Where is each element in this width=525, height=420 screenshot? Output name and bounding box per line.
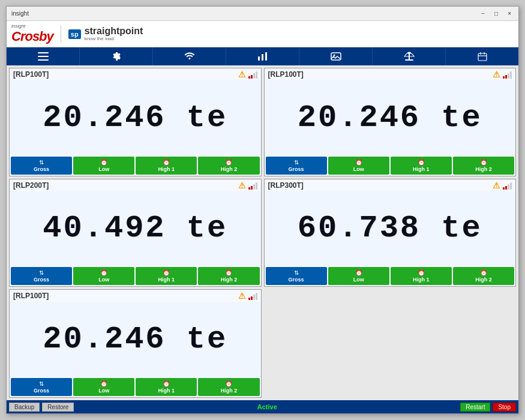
card-header: [RLP100T] ⚠ xyxy=(10,68,261,80)
signal-bar xyxy=(505,186,507,190)
low-label: Low xyxy=(353,277,364,283)
nav-menu[interactable] xyxy=(7,47,80,65)
signal-bar xyxy=(248,187,250,190)
nav-chart[interactable] xyxy=(226,47,299,65)
sensor-value-display: 20.246 te xyxy=(10,80,261,155)
nav-image[interactable] xyxy=(299,47,373,65)
gross-button[interactable]: ⇅ Gross xyxy=(266,267,327,285)
main-window: insight − □ × insight Crosby sp straight… xyxy=(6,6,519,414)
gross-button[interactable]: ⇅ Gross xyxy=(11,157,72,175)
low-label: Low xyxy=(353,166,364,172)
svg-rect-9 xyxy=(405,59,413,61)
signal-bar xyxy=(508,184,509,190)
gross-icon: ⇅ xyxy=(39,380,44,387)
low-button[interactable]: ⏰ Low xyxy=(328,157,389,175)
nav-scale[interactable] xyxy=(373,47,446,65)
signal-bar xyxy=(256,182,257,190)
signal-bar xyxy=(253,184,255,190)
high2-label: High 2 xyxy=(221,388,238,394)
nav-wifi[interactable] xyxy=(153,47,226,65)
signal-bars xyxy=(503,181,512,190)
tagline-text: know the load xyxy=(85,37,143,42)
signal-bar xyxy=(505,75,507,79)
card-header-right: ⚠ xyxy=(493,70,512,79)
sensor-value-display: 40.492 te xyxy=(10,191,261,266)
gross-button[interactable]: ⇅ Gross xyxy=(11,378,72,396)
straightpoint-text: straightpoint xyxy=(85,26,143,37)
high1-label: High 1 xyxy=(413,277,430,283)
backup-button[interactable]: Backup xyxy=(9,403,40,412)
sensor-label: [RLP100T] xyxy=(268,70,304,79)
restart-button[interactable]: Restart xyxy=(460,403,490,412)
low-icon: ⏰ xyxy=(100,380,107,387)
high2-icon: ⏰ xyxy=(480,159,487,166)
gross-button[interactable]: ⇅ Gross xyxy=(266,157,327,175)
high1-label: High 1 xyxy=(158,166,175,172)
gross-button[interactable]: ⇅ Gross xyxy=(11,267,72,285)
signal-bar xyxy=(248,76,250,79)
restore-button[interactable]: □ xyxy=(492,10,500,17)
svg-rect-11 xyxy=(478,53,487,61)
high1-button[interactable]: ⏰ High 1 xyxy=(136,157,197,175)
high1-icon: ⏰ xyxy=(418,269,425,276)
card-header: [RLP300T] ⚠ xyxy=(265,179,516,191)
signal-bar xyxy=(508,73,509,79)
svg-rect-0 xyxy=(38,52,49,53)
high1-button[interactable]: ⏰ High 1 xyxy=(391,267,452,285)
low-icon: ⏰ xyxy=(355,269,362,276)
low-button[interactable]: ⏰ Low xyxy=(328,267,389,285)
sensor-label: [RLP300T] xyxy=(268,181,304,190)
gross-icon: ⇅ xyxy=(294,159,299,166)
signal-bar xyxy=(253,73,255,79)
button-row: ⇅ Gross ⏰ Low ⏰ High 1 ⏰ High 2 xyxy=(10,155,261,176)
straightpoint-logo: straightpoint know the load xyxy=(85,26,143,41)
high2-button[interactable]: ⏰ High 2 xyxy=(198,157,259,175)
logo-divider xyxy=(61,25,61,43)
title-bar-controls: − □ × xyxy=(479,10,514,17)
title-bar-left: insight xyxy=(11,10,29,17)
high2-icon: ⏰ xyxy=(225,380,232,387)
high2-button[interactable]: ⏰ High 2 xyxy=(198,267,259,285)
nav-calendar[interactable] xyxy=(446,47,518,65)
card-header: [RLP100T] ⚠ xyxy=(10,290,261,302)
sensor-value: 20.246 te xyxy=(43,322,227,357)
sensor-value: 60.738 te xyxy=(298,211,482,246)
sensor-card-sensor2: [RLP100T] ⚠ 20.246 te ⇅ Gross ⏰ Low xyxy=(264,68,517,176)
high2-button[interactable]: ⏰ High 2 xyxy=(453,267,514,285)
nav-settings[interactable] xyxy=(80,47,153,65)
signal-bars xyxy=(248,70,257,79)
high2-button[interactable]: ⏰ High 2 xyxy=(198,378,259,396)
high1-icon: ⏰ xyxy=(163,380,170,387)
signal-bar xyxy=(510,182,512,190)
high1-label: High 1 xyxy=(158,277,175,283)
sp-logo-box: sp xyxy=(68,29,81,39)
svg-point-10 xyxy=(407,52,411,54)
low-button[interactable]: ⏰ Low xyxy=(73,378,134,396)
crosby-logo: Crosby xyxy=(11,29,53,44)
high1-icon: ⏰ xyxy=(163,269,170,276)
button-row: ⇅ Gross ⏰ Low ⏰ High 1 ⏰ High 2 xyxy=(265,266,516,286)
card-header-right: ⚠ xyxy=(238,181,257,190)
low-icon: ⏰ xyxy=(100,159,107,166)
low-label: Low xyxy=(98,277,109,283)
close-button[interactable]: × xyxy=(505,10,514,17)
low-button[interactable]: ⏰ Low xyxy=(73,157,134,175)
minimize-button[interactable]: − xyxy=(479,10,487,17)
high2-label: High 2 xyxy=(221,166,238,172)
signal-bar xyxy=(251,296,253,300)
gross-icon: ⇅ xyxy=(39,159,44,166)
high2-label: High 2 xyxy=(475,277,492,283)
status-text: Active xyxy=(74,403,460,410)
low-button[interactable]: ⏰ Low xyxy=(73,267,134,285)
restore-button[interactable]: Restore xyxy=(42,403,74,412)
stop-button[interactable]: Stop xyxy=(493,403,516,412)
signal-bar xyxy=(253,295,255,300)
high2-icon: ⏰ xyxy=(480,269,487,276)
high1-button[interactable]: ⏰ High 1 xyxy=(136,267,197,285)
navbar xyxy=(7,47,518,65)
high1-button[interactable]: ⏰ High 1 xyxy=(391,157,452,175)
high2-button[interactable]: ⏰ High 2 xyxy=(453,157,514,175)
svg-rect-2 xyxy=(38,59,49,61)
gross-label: Gross xyxy=(34,388,49,394)
high1-button[interactable]: ⏰ High 1 xyxy=(136,378,197,396)
